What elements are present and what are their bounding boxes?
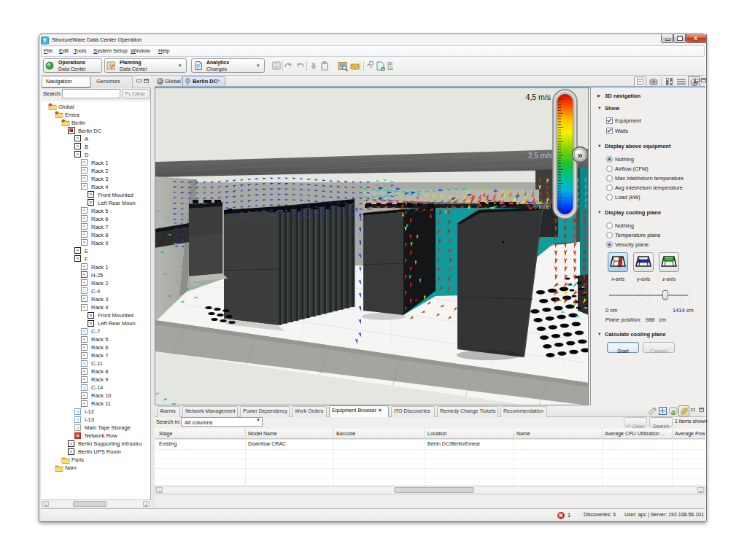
svg-text:»: » — [578, 150, 583, 160]
svg-text:4,5 m/s: 4,5 m/s — [526, 93, 551, 101]
svg-text:2,5 m/s: 2,5 m/s — [528, 152, 552, 160]
svg-text:0 m/s: 0 m/s — [533, 201, 550, 209]
